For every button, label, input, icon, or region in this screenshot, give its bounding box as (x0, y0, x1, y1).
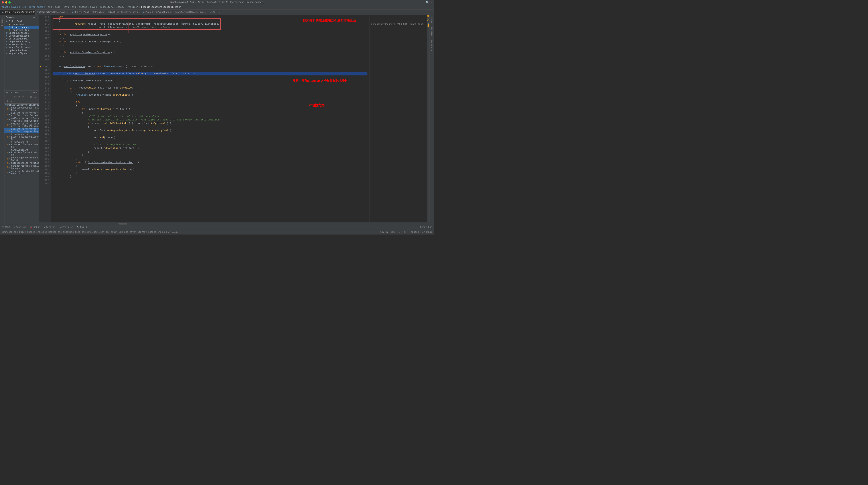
breadcrumb-item[interactable]: org (72, 6, 76, 8)
build-tab[interactable]: 🔨 Build (76, 226, 87, 229)
status-bar: Download pre-built shared indexes: Reduc… (0, 230, 434, 235)
close-panel-icon[interactable]: — (36, 16, 37, 19)
struct-method-5[interactable]: m ● collect(Set<Artifact>, Artifact, Map… (4, 128, 39, 133)
struct-method-12[interactable]: m ● recurse(ArtifactResolutionResult, Re… (4, 170, 39, 175)
search-icon[interactable]: 🔍 (426, 1, 429, 4)
struct-method-11[interactable]: m ● manageArtifact(ResolutionNode, Manag… (4, 164, 39, 170)
tab-de[interactable]: C De (208, 10, 218, 15)
event-log-tab[interactable]: ℹ Event Log (418, 226, 432, 229)
todo-tab[interactable]: ☰ TODO (2, 226, 10, 229)
close-button[interactable] (2, 1, 4, 4)
struct-method-10[interactable]: m ● injectSession(ArtifactResolutionRequ… (4, 162, 39, 164)
struct-method-3[interactable]: m ● collect(Set<Artifact>, Artifact, Map… (4, 117, 39, 122)
profiler-tab[interactable]: ◉ Profiler (60, 226, 73, 229)
breadcrumb-item[interactable]: src (48, 6, 52, 8)
struct-method-4[interactable]: m ● collect(Set<Artifact>, Artifact, Map… (4, 122, 39, 128)
toolbar-btn-1[interactable]: ↕ (5, 95, 9, 99)
charset[interactable]: UTF-8 (399, 231, 406, 234)
breadcrumb-item[interactable]: java (63, 6, 69, 8)
line-ending[interactable]: CRLF (391, 231, 396, 234)
struct-method-2[interactable]: m ● collect(Set<Artifact>, Artifact, Art… (4, 112, 39, 117)
tab-default-maven[interactable]: C DefaultMaven.java ✕ (176, 10, 208, 15)
tree-item-wagon-config[interactable]: C WagonConfigurat (4, 52, 39, 55)
structure-tab[interactable]: Structure (430, 39, 434, 52)
scroll-thumb[interactable] (119, 223, 127, 224)
maven-tab[interactable]: Maven (430, 16, 434, 25)
debug-tab[interactable]: 🐞 Debug (30, 226, 40, 229)
sort-icon[interactable]: ⇅ (31, 91, 32, 94)
annotation-panel: repositoryRequest: "REQUEST: \nartifact:… (369, 15, 427, 222)
tree-item-wagon[interactable]: C DefaultWagonMa (4, 37, 39, 40)
horizontal-scrollbar[interactable] (39, 222, 434, 225)
event-log-label: Event Log (420, 226, 432, 229)
java-file-icon: C (38, 11, 39, 14)
tree-item-label: OldestConfl (9, 20, 24, 23)
breadcrumb-item[interactable]: maven-compat (29, 6, 45, 8)
tab-close-icon[interactable]: ✕ (66, 11, 67, 13)
toolbar-btn-3[interactable]: ⚫ (13, 95, 17, 99)
close-structure-icon[interactable]: — (36, 91, 37, 94)
class-icon: C (5, 40, 8, 43)
breadcrumb-item[interactable]: maven (90, 6, 97, 8)
tree-item-label: TransferListener/ (9, 47, 32, 49)
tree-item-maven-artifact[interactable]: C MavenArtifact (4, 43, 39, 46)
toolbar-btn-7[interactable]: m (29, 95, 33, 99)
tab-overflow-button[interactable]: ▼ (218, 10, 222, 15)
struct-method-9[interactable]: m ● getManagedVersionsMap(Artifact, Map<… (4, 156, 39, 162)
tree-item-label: MavenArtifact (9, 43, 26, 46)
tab-close-icon[interactable]: ✕ (139, 11, 140, 13)
settings-icon[interactable]: ⚙ (33, 16, 35, 19)
indent-setting[interactable]: 4 spaces (408, 231, 419, 234)
sort-icon[interactable]: ⇅ (31, 16, 32, 19)
stripe-mark-5 (428, 24, 429, 25)
method-icon: m (7, 158, 8, 160)
toolbar-btn-5[interactable]: f (21, 95, 25, 99)
maximize-button[interactable] (8, 1, 11, 4)
struct-method-1[interactable]: m ● checkScopeUpdate(ResolutionNode, Res… (4, 107, 39, 112)
minimize-button[interactable] (5, 1, 7, 4)
toolbar-btn-8[interactable]: λ (33, 95, 37, 99)
struct-method-6[interactable]: m ● fireEvent(int, List<ResolutionListen… (4, 133, 39, 141)
struct-method-7[interactable]: m ● fireEvent(int, List<ResolutionListen… (4, 141, 39, 149)
struct-method-8[interactable]: m ● fireEvent(int, List<ResolutionListen… (4, 149, 39, 156)
code-editor[interactable]: try { recurse( result, root, resolvedArt… (51, 15, 369, 222)
vcs-status[interactable]: External (422, 231, 432, 234)
tab-default-legacy[interactable]: C DefaultLegacyArtifactCollector.java ✕ (0, 10, 35, 15)
project-tab[interactable]: Project (1, 16, 4, 27)
database-tab[interactable]: Database (430, 26, 434, 38)
tree-item-update-check[interactable]: C DefaultUpdateCh (4, 35, 39, 37)
problems-tab[interactable]: ⚠ Problems (13, 226, 26, 229)
settings-icon[interactable]: ⚙ (431, 1, 432, 4)
breadcrumb-item[interactable]: repository (100, 6, 113, 8)
toolbar-btn-2[interactable]: ↕ (9, 95, 13, 99)
struct-class[interactable]: C DefaultLegacyArtifactCollector (4, 103, 39, 107)
breadcrumb-item[interactable]: main (55, 6, 60, 8)
tree-item-legacy-repo[interactable]: C LegacyRepository (4, 40, 39, 43)
tree-item-default-legacy[interactable]: C DefaultLegacy (4, 26, 39, 29)
tab-close-icon[interactable]: ✕ (205, 11, 206, 13)
breadcrumb-item[interactable]: legacy (116, 6, 124, 8)
settings-icon[interactable]: ⚙ (33, 91, 35, 94)
code-line-162: {...} (53, 54, 367, 58)
breadcrumb-item[interactable]: DefaultLegacyArtifactCollector (141, 6, 181, 8)
breadcrumb-item[interactable]: apache-maven-3.6.3 (2, 6, 26, 8)
toolbar-btn-4[interactable]: P (17, 95, 21, 99)
tab-execution-event[interactable]: C ExecutionEventLogger.java ✕ (141, 10, 176, 15)
tree-item-legacy-artifact[interactable]: I LegacyArtifac (4, 29, 39, 32)
tree-item-oldest[interactable]: C OldestConfl (4, 20, 39, 23)
tab-nearest-conflict[interactable]: C NearestConflictResolver.java ✕ (70, 10, 105, 15)
breadcrumb-item[interactable]: resolver (127, 6, 138, 8)
tab-conflict-resolver[interactable]: C ConflictResolver.java ✕ (105, 10, 141, 15)
toolbar-btn-9[interactable]: a (5, 99, 9, 103)
tree-item-transfer[interactable]: C TransferListener/ (4, 46, 39, 49)
tree-item-checksum[interactable]: C ChecksumFailedE (4, 32, 39, 35)
tab-resolution-node[interactable]: C ResolutionNode.java ✕ (35, 10, 70, 15)
tree-item-transform[interactable]: ▶ transform (4, 23, 39, 26)
toolbar-btn-10[interactable]: ⊕ (9, 99, 13, 103)
breadcrumb-item[interactable]: apache (79, 6, 87, 8)
terminal-tab[interactable]: ▶ Terminal (44, 226, 57, 229)
tree-item-update-check-mark[interactable]: ✓ UpdateCheckMar (4, 49, 39, 52)
cursor-position[interactable]: 107:37 (380, 231, 388, 234)
tree-item-label: LegacyRepository (9, 40, 30, 43)
toolbar-btn-6[interactable]: ● (25, 95, 29, 99)
